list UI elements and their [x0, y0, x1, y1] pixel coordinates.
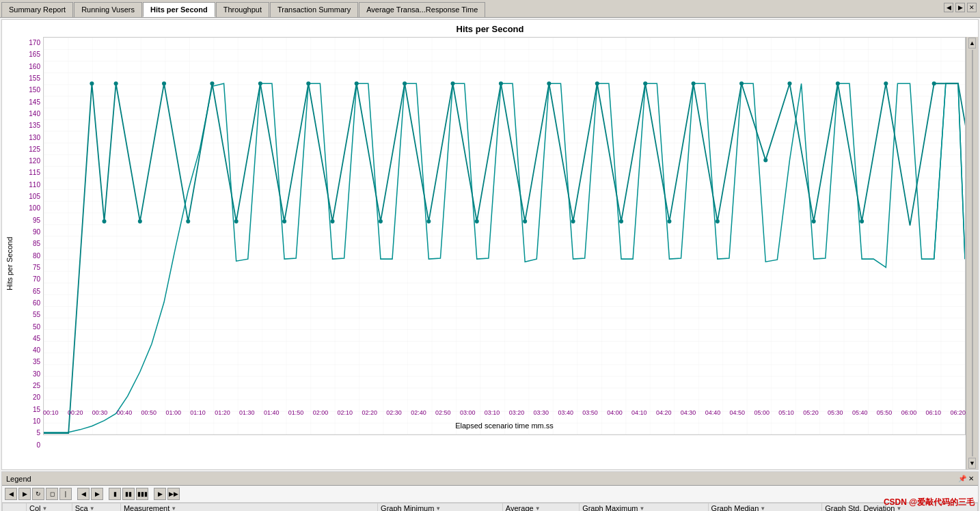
svg-point-21 [451, 81, 455, 85]
x-tick: 01:00 [165, 409, 181, 416]
scrollbar-up[interactable]: ▲ [968, 38, 976, 49]
col-header-sca[interactable]: Sca▼ [72, 503, 120, 512]
tool-btn-12[interactable]: ▶▶ [167, 488, 180, 500]
legend-title: Legend [6, 475, 31, 483]
chart-svg-data: .data-line { fill: none; stroke: #008080… [44, 38, 965, 434]
tool-btn-8[interactable]: ▮ [109, 488, 121, 500]
svg-point-14 [282, 219, 286, 223]
y-axis-label: Hits per Second [2, 37, 17, 469]
x-tick: 04:20 [656, 409, 672, 416]
x-tick: 00:20 [68, 409, 83, 416]
tab-running-vusers[interactable]: Running Vusers [74, 2, 142, 17]
legend-table-header: Col▼ Sca▼ Measurement▼ Graph Minimum▼ Av… [3, 503, 978, 512]
sort-arrow-avg: ▼ [535, 506, 541, 512]
tab-avg-transaction-response[interactable]: Average Transa...Response Time [359, 2, 485, 17]
y-tick: 130 [29, 135, 40, 141]
tool-btn-11[interactable]: ▶ [154, 488, 166, 500]
y-tick: 0 [36, 442, 40, 449]
tab-next-button[interactable]: ▶ [955, 3, 965, 12]
y-tick: 5 [36, 430, 40, 437]
svg-point-6 [103, 219, 107, 223]
x-tick: 04:00 [607, 409, 623, 416]
y-tick: 40 [33, 347, 40, 354]
x-tick: 05:00 [754, 409, 770, 416]
y-tick: 25 [33, 383, 40, 389]
legend-pin-icon: 📌 [958, 475, 966, 482]
tab-bar: Summary Report Running Vusers Hits per S… [0, 0, 980, 18]
svg-point-38 [860, 219, 864, 223]
tool-btn-4[interactable]: ◻ [46, 488, 58, 500]
x-tick: 06:00 [901, 409, 917, 416]
col-header-graph-min[interactable]: Graph Minimum▼ [378, 503, 503, 512]
x-tick: 02:40 [411, 409, 426, 416]
y-tick: 95 [33, 217, 40, 224]
svg-point-29 [643, 81, 647, 85]
tab-close-button[interactable]: ✕ [967, 3, 977, 12]
svg-point-34 [763, 158, 767, 162]
col-header-col[interactable]: Col▼ [27, 503, 72, 512]
x-tick: 00:50 [141, 409, 157, 416]
tool-btn-5[interactable]: | [59, 488, 72, 500]
sort-arrow-sca: ▼ [90, 506, 95, 512]
scrollbar-down[interactable]: ▼ [968, 458, 976, 469]
tab-transaction-summary[interactable]: Transaction Summary [270, 2, 358, 17]
y-tick: 80 [33, 253, 40, 260]
tool-btn-3[interactable]: ↻ [32, 488, 44, 500]
svg-point-13 [258, 81, 262, 85]
col-header-graph-median[interactable]: Graph Median▼ [708, 503, 822, 512]
tab-throughput[interactable]: Throughput [216, 2, 269, 17]
tab-summary-report[interactable]: Summary Report [1, 2, 73, 17]
watermark: CSDN @爱敲代码的三毛 [884, 497, 975, 508]
col-header-measurement[interactable]: Measurement▼ [120, 503, 377, 512]
tool-btn-9[interactable]: ▮▮ [122, 488, 135, 500]
x-tick: 05:50 [877, 409, 893, 416]
tool-btn-6[interactable]: ◀ [77, 488, 90, 500]
y-tick: 65 [33, 288, 40, 295]
y-tick: 35 [33, 359, 40, 365]
y-tick: 120 [29, 158, 40, 165]
col-header-average[interactable]: Average▼ [502, 503, 579, 512]
x-tick: 04:50 [730, 409, 746, 416]
tool-btn-1[interactable]: ◀ [5, 488, 17, 500]
x-axis-labels: 00:1000:2000:3000:4000:5001:0001:1001:20… [43, 409, 966, 416]
y-tick: 20 [33, 394, 40, 401]
svg-point-7 [114, 81, 118, 85]
legend-close-icon[interactable]: ✕ [968, 475, 974, 482]
tab-prev-button[interactable]: ◀ [944, 3, 953, 12]
chart-area: Hits per Second 170165160155150145140135… [2, 37, 978, 469]
svg-point-19 [403, 81, 407, 85]
svg-point-9 [162, 81, 166, 85]
tool-btn-2[interactable]: ▶ [18, 488, 31, 500]
svg-point-23 [499, 81, 503, 85]
chart-plot-area: .data-line { fill: none; stroke: #008080… [43, 37, 966, 435]
x-tick: 03:30 [534, 409, 549, 416]
sort-arrow-meas: ▼ [171, 506, 176, 512]
y-tick: 105 [29, 193, 40, 200]
col-header-graph-max[interactable]: Graph Maximum▼ [580, 503, 708, 512]
y-tick: 10 [33, 418, 40, 425]
svg-point-22 [475, 219, 479, 223]
tab-hits-per-second[interactable]: Hits per Second [143, 2, 215, 17]
svg-point-37 [836, 81, 840, 85]
y-tick: 30 [33, 371, 40, 378]
svg-point-28 [619, 219, 623, 223]
x-tick: 00:30 [92, 409, 108, 416]
tool-btn-10[interactable]: ▮▮▮ [136, 488, 148, 500]
x-tick: 02:50 [435, 409, 451, 416]
x-tick: 04:40 [705, 409, 721, 416]
tool-btn-7[interactable]: ▶ [91, 488, 103, 500]
y-tick: 90 [33, 229, 40, 236]
y-tick: 75 [33, 264, 40, 271]
x-tick: 06:20 [950, 409, 966, 416]
svg-point-12 [234, 219, 239, 223]
svg-point-8 [138, 219, 142, 223]
y-tick: 155 [29, 75, 40, 82]
x-tick: 01:20 [215, 409, 230, 416]
scrollbar-track [972, 50, 973, 456]
x-tick: 05:30 [828, 409, 843, 416]
x-tick: 00:40 [117, 409, 133, 416]
x-tick: 02:20 [362, 409, 377, 416]
svg-point-16 [330, 219, 334, 223]
svg-point-30 [667, 219, 671, 223]
svg-point-40 [932, 81, 936, 85]
